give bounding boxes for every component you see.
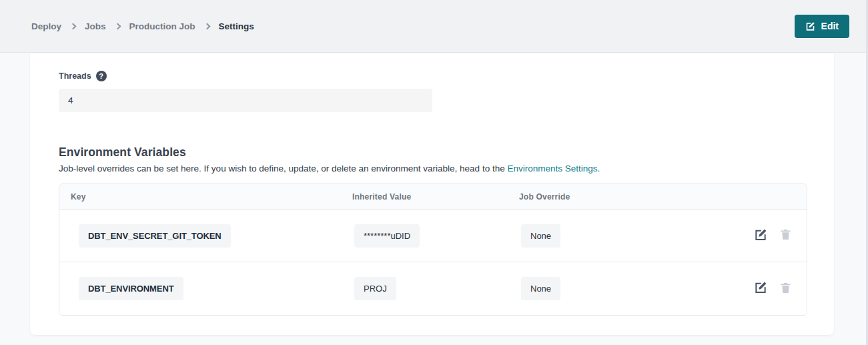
breadcrumb-item-deploy[interactable]: Deploy: [31, 21, 61, 31]
env-vars-description-text: Job-level overrides can be set here. If …: [59, 163, 507, 174]
env-vars-description-period: .: [598, 163, 600, 174]
table-header-row: Key Inherited Value Job Override: [59, 184, 807, 210]
threads-label: Threads: [59, 71, 91, 81]
env-var-job-override: None: [521, 224, 560, 248]
threads-field-label-row: Threads: [59, 71, 806, 81]
environments-settings-link[interactable]: Environments Settings: [507, 163, 597, 174]
env-var-key: DBT_ENV_SECRET_GIT_TOKEN: [79, 224, 231, 248]
row-delete-icon[interactable]: [779, 228, 792, 243]
env-vars-title: Environment Variables: [59, 145, 806, 159]
row-edit-icon[interactable]: [754, 228, 767, 244]
top-bar: Deploy Jobs Production Job Settings Edit: [0, 0, 868, 53]
help-icon[interactable]: [96, 71, 107, 81]
env-vars-description: Job-level overrides can be set here. If …: [59, 163, 806, 174]
env-var-inherited-value: PROJ: [354, 277, 396, 300]
breadcrumb: Deploy Jobs Production Job Settings: [31, 21, 254, 31]
column-header-key: Key: [59, 184, 341, 210]
page: Deploy Jobs Production Job Settings Edit…: [0, 0, 868, 345]
chevron-right-icon: [203, 23, 210, 30]
edit-button[interactable]: Edit: [795, 15, 849, 38]
env-var-key: DBT_ENVIRONMENT: [79, 277, 183, 300]
column-header-actions: [675, 184, 807, 210]
chevron-right-icon: [70, 23, 77, 30]
edit-pencil-icon: [805, 21, 815, 31]
env-vars-table: Key Inherited Value Job Override DBT_ENV…: [59, 184, 807, 316]
threads-input[interactable]: [59, 89, 432, 112]
breadcrumb-item-production-job[interactable]: Production Job: [129, 21, 195, 31]
env-var-job-override: None: [521, 277, 560, 300]
column-header-inherited-value: Inherited Value: [341, 184, 508, 210]
settings-card: Threads Environment Variables Job-level …: [30, 53, 834, 335]
row-delete-icon[interactable]: [779, 282, 792, 296]
table-row: DBT_ENVIRONMENT PROJ None: [59, 262, 807, 315]
edit-button-label: Edit: [821, 21, 839, 31]
chevron-right-icon: [114, 23, 121, 30]
breadcrumb-item-jobs[interactable]: Jobs: [85, 21, 106, 31]
row-edit-icon[interactable]: [754, 281, 767, 296]
breadcrumb-item-settings: Settings: [219, 21, 254, 31]
column-header-job-override: Job Override: [508, 184, 675, 210]
table-row: DBT_ENV_SECRET_GIT_TOKEN ********uDID No…: [59, 210, 807, 262]
env-var-inherited-value: ********uDID: [354, 224, 420, 248]
